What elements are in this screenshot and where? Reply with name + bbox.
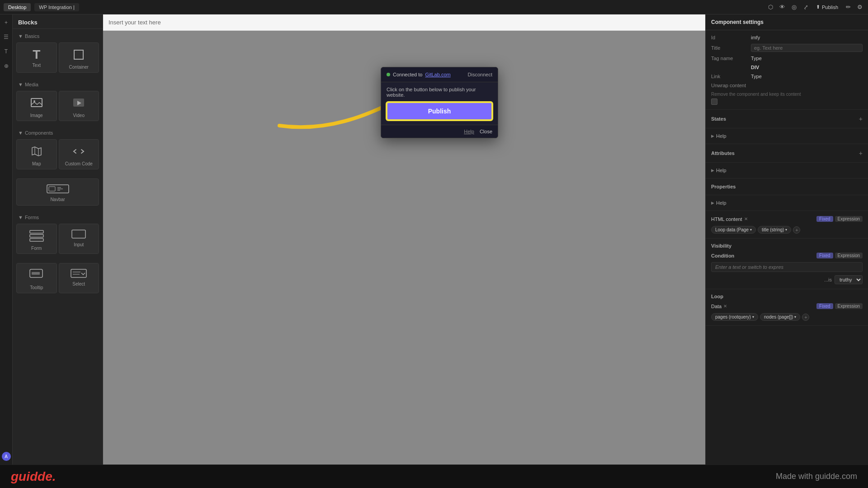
select-block-icon bbox=[71, 269, 87, 280]
avatar-icon[interactable]: A bbox=[2, 452, 11, 461]
components-section-title[interactable]: ▼ Components bbox=[13, 128, 103, 137]
fixed-badge[interactable]: Fixed bbox=[816, 216, 833, 222]
data-expression-badge[interactable]: Expression bbox=[835, 303, 863, 309]
properties-title-row[interactable]: Properties bbox=[706, 181, 868, 192]
component-icon[interactable]: ⊕ bbox=[2, 61, 11, 70]
truthy-select[interactable]: truthy bbox=[835, 275, 863, 284]
media-section: ▼ Media Image bbox=[13, 77, 103, 126]
layers-icon[interactable]: ☰ bbox=[2, 33, 11, 42]
attributes-plus[interactable]: + bbox=[859, 150, 863, 157]
help-section-1: ▶ Help bbox=[706, 128, 868, 144]
canvas-body[interactable]: Connected to GitLab.com Disconnect Click… bbox=[103, 31, 705, 465]
tooltip-block[interactable]: Tooltip bbox=[16, 263, 57, 293]
data-close[interactable]: ✕ bbox=[723, 304, 727, 309]
title-string-select[interactable]: title (string) ▾ bbox=[758, 226, 791, 234]
pages-rootquery-select[interactable]: pages (rootquery) ▾ bbox=[711, 313, 758, 321]
loop-data-select[interactable]: Loop data (Page ▾ bbox=[711, 226, 756, 234]
desktop-tab[interactable]: Desktop bbox=[4, 3, 31, 11]
input-block-icon bbox=[71, 230, 86, 240]
svg-rect-14 bbox=[30, 239, 43, 241]
tag-name-value: Type bbox=[751, 56, 863, 61]
text-block[interactable]: T Text bbox=[16, 42, 57, 73]
image-block[interactable]: Image bbox=[16, 91, 57, 121]
disconnect-button[interactable]: Disconnect bbox=[468, 72, 492, 77]
share-icon[interactable]: ⤤ bbox=[802, 3, 811, 12]
publish-main-button[interactable]: Publish bbox=[387, 102, 492, 120]
form-block-label: Form bbox=[31, 246, 42, 251]
loop-data-plus[interactable]: + bbox=[793, 226, 800, 234]
data-label: Data ✕ bbox=[711, 304, 727, 309]
unwrap-checkbox[interactable] bbox=[711, 99, 717, 105]
data-row: Data ✕ Fixed Expression bbox=[706, 301, 868, 311]
tag-name-value-row: DIV bbox=[706, 63, 868, 72]
states-plus[interactable]: + bbox=[859, 115, 863, 122]
attributes-title-row[interactable]: Attributes + bbox=[706, 147, 868, 160]
svg-rect-0 bbox=[74, 50, 83, 59]
top-bar: Desktop WP Integration | ⬡ 👁 ◎ ⤤ ⬆ Publi… bbox=[0, 0, 868, 14]
settings-icon[interactable]: ⚙ bbox=[855, 3, 864, 12]
states-label: States bbox=[711, 116, 726, 122]
condition-expression-badge[interactable]: Expression bbox=[835, 253, 863, 258]
help-collapsible-3[interactable]: ▶ Help bbox=[706, 198, 868, 208]
input-block[interactable]: Input bbox=[59, 224, 99, 254]
video-block[interactable]: Video bbox=[59, 91, 99, 121]
text-icon[interactable]: T bbox=[2, 47, 11, 56]
forms-section-title[interactable]: ▼ Forms bbox=[13, 213, 103, 222]
wp-integration-tab[interactable]: WP Integration | bbox=[34, 3, 79, 11]
attributes-label: Attributes bbox=[711, 150, 735, 156]
component-settings-title: Component settings bbox=[706, 14, 868, 30]
nodes-page-select[interactable]: nodes (page[]) ▾ bbox=[760, 313, 801, 321]
popup-close-button[interactable]: Close bbox=[480, 129, 492, 134]
add-icon[interactable]: + bbox=[2, 18, 11, 27]
view-icon[interactable]: ⬡ bbox=[766, 3, 775, 12]
pages-arrow: ▾ bbox=[752, 315, 754, 319]
data-fixed-badge[interactable]: Fixed bbox=[816, 303, 833, 309]
loop-row: Loop bbox=[706, 292, 868, 301]
pen-icon[interactable]: ✏ bbox=[844, 3, 853, 12]
navbar-block[interactable]: Navbar bbox=[16, 178, 99, 206]
map-block[interactable]: Map bbox=[16, 139, 57, 169]
popup-footer: Help Close bbox=[381, 125, 498, 138]
data-fixed-expr: Fixed Expression bbox=[816, 303, 863, 309]
states-title-row[interactable]: States + bbox=[706, 113, 868, 125]
canvas-text-bar[interactable]: Insert your text here bbox=[103, 14, 705, 31]
guidde-logo: guidde. bbox=[11, 469, 56, 484]
form-block[interactable]: Form bbox=[16, 224, 57, 254]
left-sidebar: Blocks ▼ Basics T Text Container bbox=[13, 14, 103, 465]
basics-section: ▼ Basics T Text Container bbox=[13, 29, 103, 77]
navbar-block-label: Navbar bbox=[50, 197, 65, 202]
container-block[interactable]: Container bbox=[59, 42, 99, 73]
basics-arrow: ▼ bbox=[18, 33, 23, 39]
states-section: States + bbox=[706, 110, 868, 128]
custom-code-block[interactable]: Custom Code bbox=[59, 139, 99, 169]
basics-section-title[interactable]: ▼ Basics bbox=[13, 32, 103, 41]
image-block-label: Image bbox=[30, 113, 43, 118]
data-loop-plus[interactable]: + bbox=[802, 314, 809, 321]
connected-status: Connected to GitLab.com bbox=[387, 72, 451, 77]
unwrap-row: Unwrap content bbox=[706, 81, 868, 90]
condition-input[interactable] bbox=[711, 262, 863, 272]
id-label: Id bbox=[711, 35, 747, 40]
basic-props-section: Id imfy Title Tag name Type DIV Link Typ… bbox=[706, 30, 868, 110]
tag-name-label: Tag name bbox=[711, 56, 747, 61]
title-input[interactable] bbox=[751, 44, 863, 52]
media-grid: Image Video bbox=[13, 89, 103, 123]
popup-help-link[interactable]: Help bbox=[464, 129, 474, 134]
help-arrow-3: ▶ bbox=[711, 201, 714, 205]
text-block-label: Text bbox=[33, 63, 41, 68]
image-block-icon bbox=[30, 97, 43, 111]
publish-button-top[interactable]: ⬆ Publish bbox=[813, 3, 841, 11]
gitlab-link[interactable]: GitLab.com bbox=[425, 72, 450, 77]
help-collapsible-2[interactable]: ▶ Help bbox=[706, 165, 868, 175]
help-label-2: Help bbox=[716, 168, 726, 173]
circle-icon[interactable]: ◎ bbox=[790, 3, 799, 12]
select-block[interactable]: Select bbox=[59, 263, 99, 293]
condition-fixed-badge[interactable]: Fixed bbox=[816, 253, 833, 258]
help-collapsible-1[interactable]: ▶ Help bbox=[706, 131, 868, 141]
html-content-close[interactable]: ✕ bbox=[744, 216, 748, 221]
expression-badge[interactable]: Expression bbox=[835, 216, 863, 222]
html-content-label: HTML content ✕ bbox=[711, 216, 748, 222]
media-section-title[interactable]: ▼ Media bbox=[13, 80, 103, 89]
container-block-label: Container bbox=[69, 65, 89, 70]
eye-icon[interactable]: 👁 bbox=[778, 3, 787, 12]
